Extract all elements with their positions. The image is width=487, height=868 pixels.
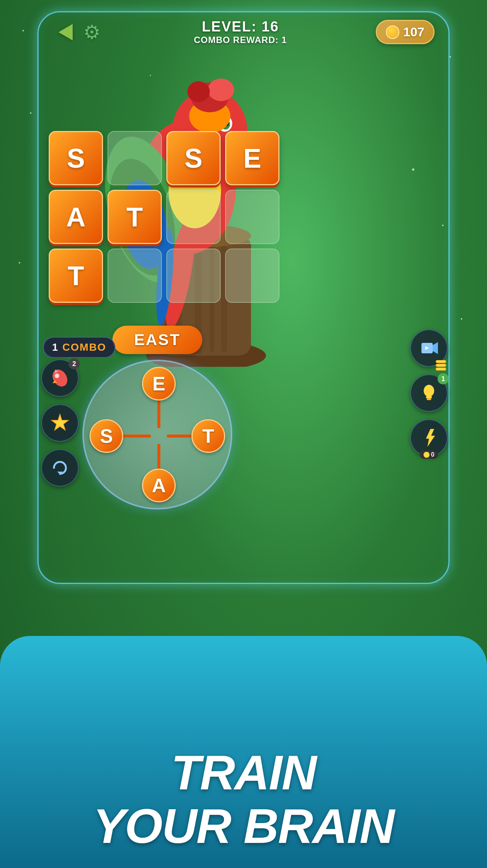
tagline-line1: TRAIN bbox=[0, 746, 487, 800]
back-icon bbox=[58, 24, 73, 40]
level-label: LEVEL: 16 bbox=[112, 19, 368, 35]
wheel-letter-a[interactable]: A bbox=[142, 469, 176, 502]
tile-t1[interactable]: T bbox=[108, 190, 162, 244]
svg-marker-37 bbox=[433, 342, 438, 354]
refresh-icon bbox=[49, 457, 70, 478]
wheel-word-display: EAST bbox=[112, 326, 202, 354]
combo-badge: 1 COMBO bbox=[43, 337, 115, 358]
tile-empty-3 bbox=[225, 190, 279, 244]
wheel-word: EAST bbox=[134, 331, 181, 348]
tile-empty-4 bbox=[108, 249, 162, 303]
hint-badge: 1 bbox=[438, 373, 449, 384]
side-buttons-left: 2 bbox=[41, 359, 79, 487]
star-button[interactable] bbox=[41, 404, 79, 442]
combo-label: COMBO bbox=[63, 341, 106, 353]
hint-button[interactable]: 1 bbox=[410, 374, 448, 412]
sparkle bbox=[22, 30, 24, 31]
star-icon bbox=[49, 412, 70, 433]
coin-icon bbox=[386, 25, 399, 39]
svg-point-30 bbox=[49, 368, 70, 389]
video-button[interactable] bbox=[410, 329, 448, 367]
gear-icon: ⚙ bbox=[83, 21, 101, 43]
tile-s1[interactable]: S bbox=[49, 131, 103, 185]
tile-t2[interactable]: T bbox=[49, 249, 103, 303]
rocket-icon bbox=[49, 368, 70, 389]
svg-point-39 bbox=[424, 385, 434, 397]
settings-button[interactable]: ⚙ bbox=[79, 19, 105, 45]
header: ⚙ LEVEL: 16 COMBO REWARD: 1 107 bbox=[37, 19, 450, 45]
rocket-badge: 2 bbox=[69, 358, 80, 369]
combo-number: 1 bbox=[52, 341, 58, 353]
letter-wheel[interactable]: E S T A bbox=[82, 360, 232, 509]
lightning-coin-icon bbox=[424, 452, 430, 458]
svg-marker-42 bbox=[426, 429, 435, 447]
sparkle bbox=[461, 318, 462, 320]
tile-empty-1 bbox=[108, 131, 162, 185]
svg-rect-40 bbox=[426, 396, 432, 398]
svg-point-24 bbox=[187, 81, 210, 102]
tile-empty-2 bbox=[166, 190, 221, 244]
wheel-letter-t[interactable]: T bbox=[191, 419, 225, 453]
tile-empty-5 bbox=[166, 249, 221, 303]
coins-badge: 107 bbox=[376, 20, 435, 44]
level-info: LEVEL: 16 COMBO REWARD: 1 bbox=[112, 19, 368, 45]
tile-empty-6 bbox=[225, 249, 279, 303]
tagline: TRAIN YOUR BRAIN bbox=[0, 746, 487, 853]
game-grid: S S E A T T bbox=[49, 131, 279, 303]
lightning-icon bbox=[418, 427, 439, 448]
svg-marker-34 bbox=[52, 414, 68, 430]
svg-point-23 bbox=[208, 79, 234, 101]
sparkle bbox=[19, 262, 20, 264]
sparkle bbox=[30, 112, 31, 114]
lightning-count: 0 bbox=[431, 451, 435, 458]
video-icon bbox=[418, 338, 439, 359]
svg-rect-41 bbox=[427, 398, 431, 400]
wheel-letter-s[interactable]: S bbox=[90, 419, 123, 453]
tile-a[interactable]: A bbox=[49, 190, 103, 244]
lightning-badge: 0 bbox=[420, 451, 438, 459]
sparkle bbox=[450, 56, 451, 58]
rocket-button[interactable]: 2 bbox=[41, 359, 79, 397]
coins-value: 107 bbox=[403, 25, 424, 39]
svg-point-32 bbox=[55, 374, 59, 378]
tile-e[interactable]: E bbox=[225, 131, 279, 185]
lightbulb-icon bbox=[418, 383, 439, 403]
back-button[interactable] bbox=[52, 19, 79, 45]
side-buttons-right: 1 0 bbox=[410, 329, 448, 457]
wheel-letter-e[interactable]: E bbox=[142, 367, 176, 401]
tagline-line2: YOUR BRAIN bbox=[0, 800, 487, 853]
lightning-button[interactable]: 0 bbox=[410, 419, 448, 457]
combo-reward-label: COMBO REWARD: 1 bbox=[112, 35, 368, 45]
tile-s2[interactable]: S bbox=[166, 131, 221, 185]
refresh-button[interactable] bbox=[41, 449, 79, 487]
